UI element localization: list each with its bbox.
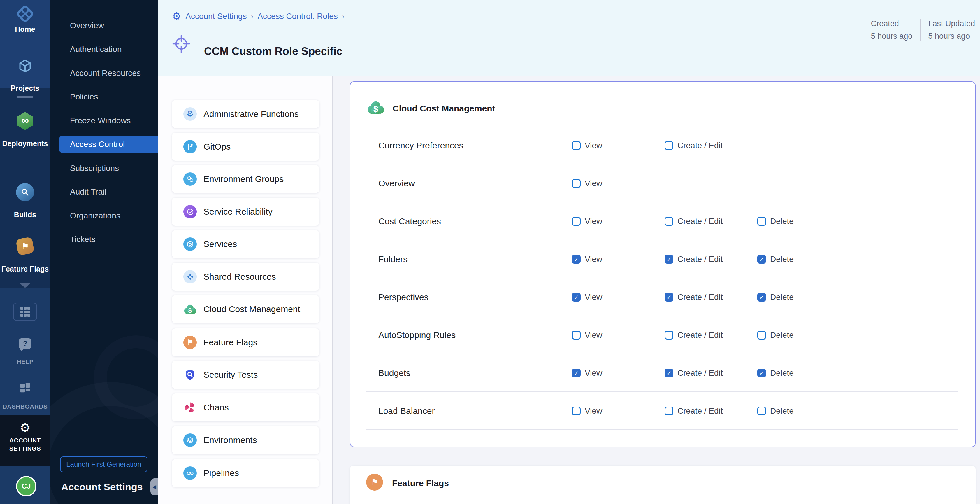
checkbox-label: Delete: [770, 293, 794, 302]
account-settings-sidebar: OverviewAuthenticationAccount ResourcesP…: [50, 0, 158, 504]
feature-flag-circle-icon: ⚑: [366, 474, 383, 491]
sidebar-item-access-control[interactable]: Access Control: [59, 136, 158, 153]
sidebar-item-tickets[interactable]: Tickets: [50, 231, 158, 248]
category-card-security-tests[interactable]: Security Tests: [172, 361, 319, 389]
help-chat-icon: ?: [19, 338, 32, 349]
rail-expand-modules[interactable]: [0, 284, 50, 288]
checkbox-create_edit-unchecked[interactable]: [665, 407, 673, 415]
checkbox-delete-unchecked[interactable]: [757, 407, 766, 415]
sidebar-item-freeze-windows[interactable]: Freeze Windows: [50, 112, 158, 129]
permission-row-perspectives: PerspectivesViewCreate / EditDelete: [350, 278, 975, 316]
feature-flags-section: ⚑ Feature Flags: [350, 466, 976, 504]
permission-cell-delete: Delete: [757, 406, 794, 416]
checkbox-delete-checked[interactable]: [757, 255, 766, 264]
rail-item-account-settings[interactable]: ⚙ ACCOUNT SETTINGS: [0, 415, 50, 466]
sidebar-item-overview[interactable]: Overview: [50, 17, 158, 34]
checkbox-view-unchecked[interactable]: [572, 179, 581, 188]
category-label: Pipelines: [204, 468, 239, 478]
permission-cell-view: View: [572, 255, 602, 264]
builds-magnifier-icon: [16, 183, 34, 201]
launch-first-generation-button[interactable]: Launch First Generation: [60, 456, 148, 472]
sidebar-item-policies[interactable]: Policies: [50, 88, 158, 105]
page-header: ⚙ Account Settings › Access Control: Rol…: [158, 0, 980, 77]
rail-item-projects[interactable]: [0, 57, 50, 75]
panel-title: Cloud Cost Management: [393, 104, 495, 113]
category-card-pipelines[interactable]: Pipelines: [172, 459, 319, 487]
feature-flag-icon: ⚑: [16, 237, 35, 256]
category-card-environments[interactable]: Environments: [172, 426, 319, 454]
checkbox-view-unchecked[interactable]: [572, 141, 581, 150]
rail-item-label: Builds: [0, 211, 50, 219]
category-card-gitops[interactable]: GitOps: [172, 133, 319, 161]
checkbox-view-checked[interactable]: [572, 368, 581, 377]
category-card-chaos[interactable]: Chaos: [172, 394, 319, 421]
gitops-branch-icon: [183, 140, 197, 153]
rail-item-help[interactable]: ?: [0, 338, 50, 349]
sidebar-item-organizations[interactable]: Organizations: [50, 207, 158, 224]
sidebar-item-audit-trail[interactable]: Audit Trail: [50, 183, 158, 200]
checkbox-delete-checked[interactable]: [757, 368, 766, 377]
category-card-environment-groups[interactable]: Environment Groups: [172, 165, 319, 193]
category-label: Security Tests: [204, 370, 258, 380]
rail-item-dashboards[interactable]: [0, 381, 50, 396]
category-card-service-reliability[interactable]: Service Reliability: [172, 198, 319, 226]
permission-row-label: Cost Categories: [379, 217, 441, 226]
avatar[interactable]: CJ: [16, 476, 37, 496]
checkbox-view-unchecked[interactable]: [572, 331, 581, 340]
checkbox-label: Delete: [770, 255, 794, 264]
checkbox-view-checked[interactable]: [572, 293, 581, 301]
checkbox-label: View: [585, 179, 602, 188]
category-card-shared-resources[interactable]: Shared Resources: [172, 263, 319, 291]
rail-item-builds[interactable]: [0, 183, 50, 201]
rail-module-picker[interactable]: [0, 303, 50, 321]
checkbox-create_edit-checked[interactable]: [665, 368, 673, 377]
permission-cell-delete: Delete: [757, 217, 794, 226]
permission-row-load-balancer: Load BalancerViewCreate / EditDelete: [350, 392, 975, 430]
svg-text:$: $: [188, 307, 192, 314]
rail-section-divider: [17, 96, 33, 98]
checkbox-label: Create / Edit: [678, 293, 723, 302]
checkbox-delete-checked[interactable]: [757, 293, 766, 301]
checkbox-view-checked[interactable]: [572, 255, 581, 264]
breadcrumb-account-settings[interactable]: Account Settings: [185, 12, 247, 21]
rail-item-home[interactable]: [0, 4, 50, 21]
checkbox-create_edit-checked[interactable]: [665, 255, 673, 264]
category-card-services[interactable]: Services: [172, 230, 319, 258]
permission-row-currency-preferences: Currency PreferencesViewCreate / Edit: [350, 127, 975, 164]
rail-item-label: Home: [0, 25, 50, 33]
checkbox-label: Delete: [770, 217, 794, 226]
sidebar-collapse-button[interactable]: ◀: [150, 478, 158, 495]
feature-flag-circle-icon: ⚑: [183, 336, 197, 349]
checkbox-create_edit-checked[interactable]: [665, 293, 673, 301]
rail-item-feature-flags[interactable]: ⚑: [0, 238, 50, 254]
rail-item-deployments[interactable]: ∞: [0, 112, 50, 130]
permission-cell-view: View: [572, 368, 602, 378]
checkbox-delete-unchecked[interactable]: [757, 331, 766, 340]
checkbox-view-unchecked[interactable]: [572, 407, 581, 415]
checkbox-label: Create / Edit: [678, 217, 723, 226]
checkbox-view-unchecked[interactable]: [572, 217, 581, 226]
permission-row-label: Load Balancer: [379, 406, 434, 416]
checkbox-label: Create / Edit: [678, 368, 723, 378]
category-label: Cloud Cost Management: [204, 304, 300, 314]
sidebar-item-authentication[interactable]: Authentication: [50, 41, 158, 58]
permission-cell-create_edit: Create / Edit: [665, 141, 723, 150]
sidebar-item-subscriptions[interactable]: Subscriptions: [50, 160, 158, 177]
category-card-feature-flags[interactable]: ⚑Feature Flags: [172, 329, 319, 356]
category-label: Chaos: [204, 402, 229, 412]
checkbox-label: Create / Edit: [678, 255, 723, 264]
checkbox-delete-unchecked[interactable]: [757, 217, 766, 226]
rail-item-label: DASHBOARDS: [0, 403, 50, 410]
category-label: Environments: [204, 435, 257, 445]
category-label: Services: [204, 239, 237, 249]
breadcrumb-access-control-roles[interactable]: Access Control: Roles: [258, 12, 337, 21]
category-label: GitOps: [204, 142, 231, 152]
created-block: Created 5 hours ago: [871, 19, 913, 41]
checkbox-create_edit-unchecked[interactable]: [665, 331, 673, 340]
checkbox-create_edit-unchecked[interactable]: [665, 217, 673, 226]
sidebar-item-account-resources[interactable]: Account Resources: [50, 65, 158, 82]
category-card-administrative-functions[interactable]: ⚙Administrative Functions: [172, 100, 319, 128]
checkbox-create_edit-unchecked[interactable]: [665, 141, 673, 150]
breadcrumb-separator: ›: [251, 12, 253, 21]
category-card-cloud-cost-management[interactable]: $Cloud Cost Management: [172, 295, 319, 323]
